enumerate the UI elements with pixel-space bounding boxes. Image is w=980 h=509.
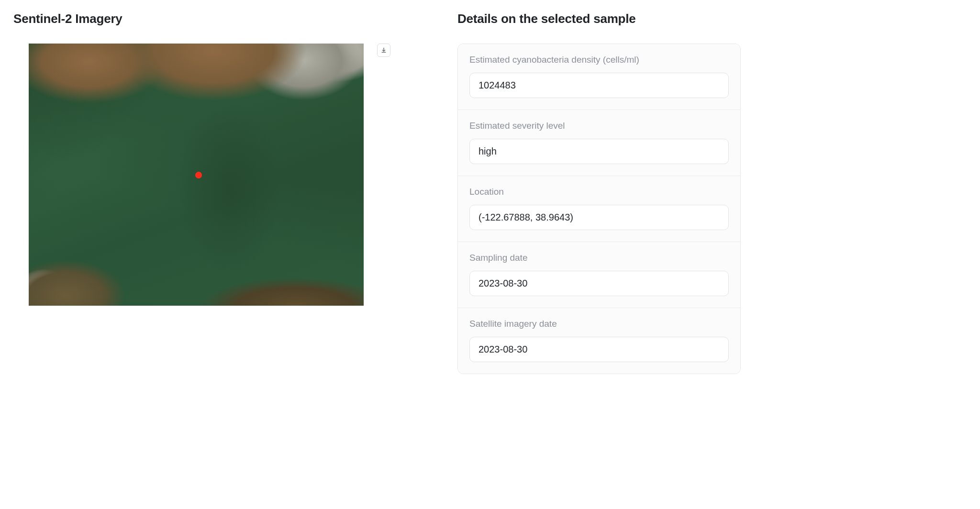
details-title: Details on the selected sample — [457, 11, 741, 26]
field-imagery-date-value: 2023-08-30 — [469, 337, 729, 362]
page-layout: Sentinel-2 Imagery Details on the select… — [13, 11, 741, 374]
field-imagery-date: Satellite imagery date 2023-08-30 — [458, 308, 740, 374]
land-top — [29, 44, 364, 134]
imagery-column: Sentinel-2 Imagery — [13, 11, 434, 374]
field-density: Estimated cyanobacteria density (cells/m… — [458, 44, 740, 110]
field-severity-label: Estimated severity level — [469, 121, 729, 131]
field-severity: Estimated severity level high — [458, 110, 740, 176]
field-sampling-date-value: 2023-08-30 — [469, 271, 729, 296]
field-location: Location (-122.67888, 38.9643) — [458, 176, 740, 242]
field-density-label: Estimated cyanobacteria density (cells/m… — [469, 55, 729, 65]
imagery-title: Sentinel-2 Imagery — [13, 11, 434, 26]
sample-marker-icon — [195, 172, 202, 178]
satellite-image — [29, 44, 364, 306]
land-bottom-left — [29, 239, 153, 306]
field-location-label: Location — [469, 187, 729, 197]
details-card: Estimated cyanobacteria density (cells/m… — [457, 44, 741, 374]
field-density-value: 1024483 — [469, 73, 729, 98]
field-imagery-date-label: Satellite imagery date — [469, 319, 729, 329]
imagery-row — [13, 44, 434, 306]
field-sampling-date: Sampling date 2023-08-30 — [458, 242, 740, 308]
land-bottom-right — [191, 267, 364, 306]
download-button[interactable] — [377, 44, 390, 57]
field-severity-value: high — [469, 139, 729, 164]
details-column: Details on the selected sample Estimated… — [457, 11, 741, 374]
field-sampling-date-label: Sampling date — [469, 253, 729, 263]
download-icon — [380, 47, 387, 54]
field-location-value: (-122.67888, 38.9643) — [469, 205, 729, 230]
